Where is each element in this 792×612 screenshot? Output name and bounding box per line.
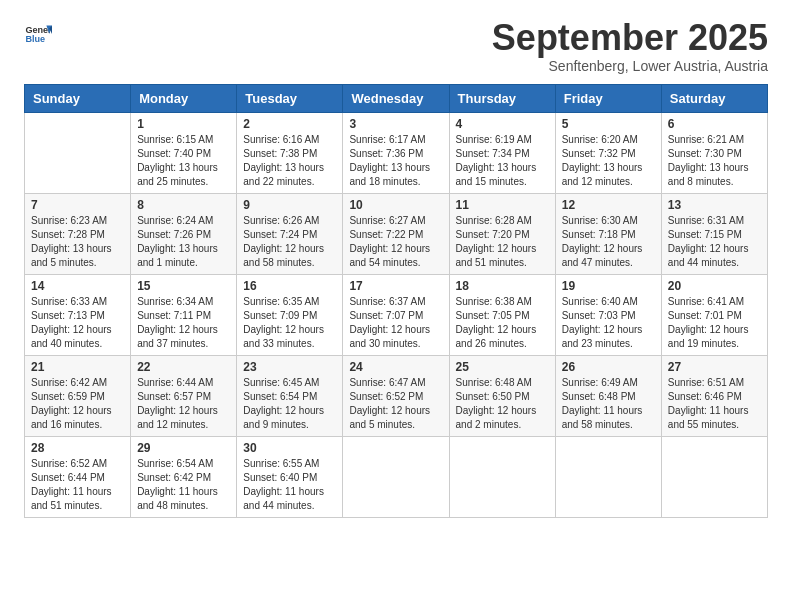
calendar-cell: 24Sunrise: 6:47 AM Sunset: 6:52 PM Dayli…: [343, 356, 449, 437]
calendar-cell: [449, 437, 555, 518]
day-number: 24: [349, 360, 442, 374]
calendar-week-row: 28Sunrise: 6:52 AM Sunset: 6:44 PM Dayli…: [25, 437, 768, 518]
calendar-week-row: 1Sunrise: 6:15 AM Sunset: 7:40 PM Daylig…: [25, 113, 768, 194]
day-number: 13: [668, 198, 761, 212]
calendar-cell: 6Sunrise: 6:21 AM Sunset: 7:30 PM Daylig…: [661, 113, 767, 194]
location-subtitle: Senftenberg, Lower Austria, Austria: [492, 58, 768, 74]
calendar-cell: 16Sunrise: 6:35 AM Sunset: 7:09 PM Dayli…: [237, 275, 343, 356]
calendar-cell: 11Sunrise: 6:28 AM Sunset: 7:20 PM Dayli…: [449, 194, 555, 275]
day-info: Sunrise: 6:42 AM Sunset: 6:59 PM Dayligh…: [31, 376, 124, 432]
day-info: Sunrise: 6:41 AM Sunset: 7:01 PM Dayligh…: [668, 295, 761, 351]
day-info: Sunrise: 6:30 AM Sunset: 7:18 PM Dayligh…: [562, 214, 655, 270]
day-number: 15: [137, 279, 230, 293]
calendar-cell: 4Sunrise: 6:19 AM Sunset: 7:34 PM Daylig…: [449, 113, 555, 194]
calendar-cell: 23Sunrise: 6:45 AM Sunset: 6:54 PM Dayli…: [237, 356, 343, 437]
day-number: 19: [562, 279, 655, 293]
calendar-cell: 21Sunrise: 6:42 AM Sunset: 6:59 PM Dayli…: [25, 356, 131, 437]
day-info: Sunrise: 6:15 AM Sunset: 7:40 PM Dayligh…: [137, 133, 230, 189]
day-info: Sunrise: 6:23 AM Sunset: 7:28 PM Dayligh…: [31, 214, 124, 270]
calendar-cell: 3Sunrise: 6:17 AM Sunset: 7:36 PM Daylig…: [343, 113, 449, 194]
day-info: Sunrise: 6:40 AM Sunset: 7:03 PM Dayligh…: [562, 295, 655, 351]
svg-text:Blue: Blue: [25, 34, 45, 44]
day-info: Sunrise: 6:16 AM Sunset: 7:38 PM Dayligh…: [243, 133, 336, 189]
day-number: 26: [562, 360, 655, 374]
day-header-monday: Monday: [131, 85, 237, 113]
calendar-cell: 19Sunrise: 6:40 AM Sunset: 7:03 PM Dayli…: [555, 275, 661, 356]
calendar-cell: 9Sunrise: 6:26 AM Sunset: 7:24 PM Daylig…: [237, 194, 343, 275]
calendar-cell: 25Sunrise: 6:48 AM Sunset: 6:50 PM Dayli…: [449, 356, 555, 437]
calendar-cell: 15Sunrise: 6:34 AM Sunset: 7:11 PM Dayli…: [131, 275, 237, 356]
calendar-cell: 29Sunrise: 6:54 AM Sunset: 6:42 PM Dayli…: [131, 437, 237, 518]
calendar-cell: 7Sunrise: 6:23 AM Sunset: 7:28 PM Daylig…: [25, 194, 131, 275]
day-number: 5: [562, 117, 655, 131]
day-info: Sunrise: 6:26 AM Sunset: 7:24 PM Dayligh…: [243, 214, 336, 270]
calendar-cell: 10Sunrise: 6:27 AM Sunset: 7:22 PM Dayli…: [343, 194, 449, 275]
day-info: Sunrise: 6:49 AM Sunset: 6:48 PM Dayligh…: [562, 376, 655, 432]
calendar-cell: 5Sunrise: 6:20 AM Sunset: 7:32 PM Daylig…: [555, 113, 661, 194]
calendar-cell: [555, 437, 661, 518]
calendar-cell: 27Sunrise: 6:51 AM Sunset: 6:46 PM Dayli…: [661, 356, 767, 437]
day-info: Sunrise: 6:37 AM Sunset: 7:07 PM Dayligh…: [349, 295, 442, 351]
day-number: 7: [31, 198, 124, 212]
day-info: Sunrise: 6:21 AM Sunset: 7:30 PM Dayligh…: [668, 133, 761, 189]
calendar-cell: 18Sunrise: 6:38 AM Sunset: 7:05 PM Dayli…: [449, 275, 555, 356]
day-info: Sunrise: 6:44 AM Sunset: 6:57 PM Dayligh…: [137, 376, 230, 432]
day-number: 18: [456, 279, 549, 293]
day-number: 16: [243, 279, 336, 293]
day-number: 22: [137, 360, 230, 374]
calendar-cell: 14Sunrise: 6:33 AM Sunset: 7:13 PM Dayli…: [25, 275, 131, 356]
title-block: September 2025 Senftenberg, Lower Austri…: [492, 20, 768, 74]
calendar-cell: 22Sunrise: 6:44 AM Sunset: 6:57 PM Dayli…: [131, 356, 237, 437]
day-number: 4: [456, 117, 549, 131]
day-number: 25: [456, 360, 549, 374]
calendar-cell: 8Sunrise: 6:24 AM Sunset: 7:26 PM Daylig…: [131, 194, 237, 275]
day-number: 12: [562, 198, 655, 212]
page-header: General Blue September 2025 Senftenberg,…: [24, 20, 768, 74]
day-info: Sunrise: 6:24 AM Sunset: 7:26 PM Dayligh…: [137, 214, 230, 270]
calendar-cell: [661, 437, 767, 518]
day-header-saturday: Saturday: [661, 85, 767, 113]
day-header-friday: Friday: [555, 85, 661, 113]
day-number: 10: [349, 198, 442, 212]
day-info: Sunrise: 6:28 AM Sunset: 7:20 PM Dayligh…: [456, 214, 549, 270]
day-number: 21: [31, 360, 124, 374]
day-number: 14: [31, 279, 124, 293]
calendar-cell: 17Sunrise: 6:37 AM Sunset: 7:07 PM Dayli…: [343, 275, 449, 356]
calendar-cell: 30Sunrise: 6:55 AM Sunset: 6:40 PM Dayli…: [237, 437, 343, 518]
day-info: Sunrise: 6:38 AM Sunset: 7:05 PM Dayligh…: [456, 295, 549, 351]
calendar-cell: 26Sunrise: 6:49 AM Sunset: 6:48 PM Dayli…: [555, 356, 661, 437]
day-number: 29: [137, 441, 230, 455]
day-info: Sunrise: 6:31 AM Sunset: 7:15 PM Dayligh…: [668, 214, 761, 270]
day-info: Sunrise: 6:34 AM Sunset: 7:11 PM Dayligh…: [137, 295, 230, 351]
day-info: Sunrise: 6:52 AM Sunset: 6:44 PM Dayligh…: [31, 457, 124, 513]
calendar-cell: 20Sunrise: 6:41 AM Sunset: 7:01 PM Dayli…: [661, 275, 767, 356]
day-info: Sunrise: 6:19 AM Sunset: 7:34 PM Dayligh…: [456, 133, 549, 189]
calendar-week-row: 21Sunrise: 6:42 AM Sunset: 6:59 PM Dayli…: [25, 356, 768, 437]
day-header-thursday: Thursday: [449, 85, 555, 113]
day-info: Sunrise: 6:35 AM Sunset: 7:09 PM Dayligh…: [243, 295, 336, 351]
day-number: 27: [668, 360, 761, 374]
day-number: 30: [243, 441, 336, 455]
day-header-tuesday: Tuesday: [237, 85, 343, 113]
calendar-cell: 1Sunrise: 6:15 AM Sunset: 7:40 PM Daylig…: [131, 113, 237, 194]
day-number: 23: [243, 360, 336, 374]
calendar-cell: [343, 437, 449, 518]
day-info: Sunrise: 6:47 AM Sunset: 6:52 PM Dayligh…: [349, 376, 442, 432]
day-info: Sunrise: 6:45 AM Sunset: 6:54 PM Dayligh…: [243, 376, 336, 432]
day-number: 6: [668, 117, 761, 131]
calendar-week-row: 14Sunrise: 6:33 AM Sunset: 7:13 PM Dayli…: [25, 275, 768, 356]
day-number: 3: [349, 117, 442, 131]
calendar-cell: [25, 113, 131, 194]
day-info: Sunrise: 6:55 AM Sunset: 6:40 PM Dayligh…: [243, 457, 336, 513]
day-number: 1: [137, 117, 230, 131]
day-info: Sunrise: 6:20 AM Sunset: 7:32 PM Dayligh…: [562, 133, 655, 189]
month-title: September 2025: [492, 20, 768, 56]
day-info: Sunrise: 6:48 AM Sunset: 6:50 PM Dayligh…: [456, 376, 549, 432]
logo: General Blue: [24, 20, 52, 48]
day-number: 20: [668, 279, 761, 293]
day-number: 9: [243, 198, 336, 212]
calendar-cell: 13Sunrise: 6:31 AM Sunset: 7:15 PM Dayli…: [661, 194, 767, 275]
calendar-header-row: SundayMondayTuesdayWednesdayThursdayFrid…: [25, 85, 768, 113]
day-info: Sunrise: 6:27 AM Sunset: 7:22 PM Dayligh…: [349, 214, 442, 270]
calendar-cell: 12Sunrise: 6:30 AM Sunset: 7:18 PM Dayli…: [555, 194, 661, 275]
